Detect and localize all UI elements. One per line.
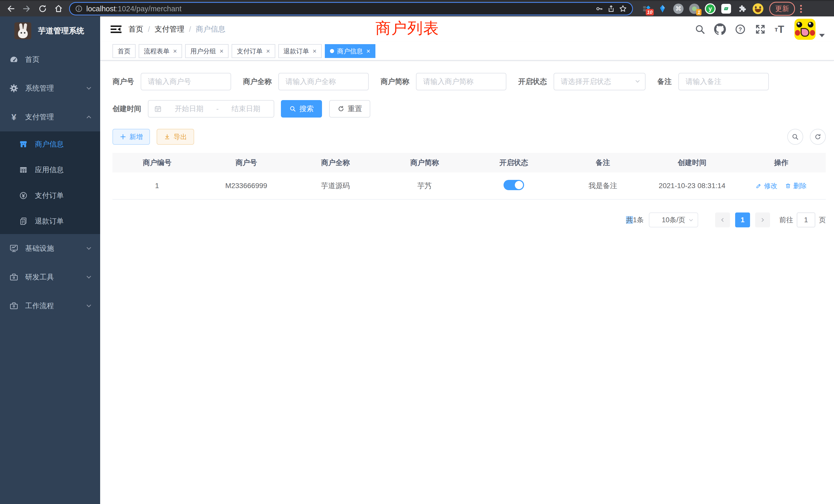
sidebar-item-workflow[interactable]: 工作流程 [0, 292, 100, 320]
dashboard-icon [9, 55, 19, 64]
sidebar-item-dev-tools[interactable]: 研发工具 [0, 263, 100, 292]
extensions-puzzle-icon[interactable] [737, 3, 748, 14]
cell-short-name: 芋艿 [380, 181, 469, 191]
tab-pay-orders[interactable]: 支付订单× [232, 44, 275, 58]
toolbox-icon [9, 273, 19, 282]
refresh-icon [814, 133, 822, 141]
merchant-no-input[interactable] [141, 73, 231, 90]
browser-forward-button[interactable] [20, 2, 34, 16]
status-toggle[interactable] [504, 180, 524, 190]
extension-icon-2[interactable]: 1 [689, 3, 700, 14]
app-title: 芋道管理系统 [38, 26, 84, 36]
github-icon[interactable] [714, 23, 726, 35]
refresh-table-button[interactable] [810, 129, 826, 145]
delete-button[interactable]: 删除 [785, 181, 807, 190]
page-size-select[interactable]: 10条/页 [649, 212, 698, 227]
breadcrumb-section[interactable]: 支付管理 [155, 24, 184, 35]
sidebar-item-home[interactable]: 首页 [0, 45, 100, 74]
monitor-icon [9, 244, 19, 253]
fullscreen-icon[interactable] [755, 24, 766, 35]
close-icon[interactable]: × [367, 47, 370, 55]
navbar-actions: ? тT [695, 19, 825, 40]
tab-user-group[interactable]: 用户分组× [185, 44, 228, 58]
col-full-name: 商户全称 [291, 158, 380, 167]
share-icon[interactable] [607, 5, 615, 13]
tab-merchant-info[interactable]: 商户信息× [325, 44, 375, 58]
sidebar-item-app-info[interactable]: 应用信息 [0, 157, 100, 183]
full-name-input[interactable] [278, 73, 369, 90]
goto-label: 前往 [779, 215, 793, 225]
sidebar-item-payment[interactable]: ¥ 支付管理 [0, 102, 100, 131]
show-search-toggle-button[interactable] [787, 129, 803, 145]
sidebar-item-label: 退款订单 [35, 216, 64, 226]
browser-reload-button[interactable] [36, 2, 50, 16]
browser-back-button[interactable] [4, 2, 18, 16]
search-icon [289, 105, 296, 112]
sidebar-item-pay-orders[interactable]: 支付订单 [0, 183, 100, 208]
grid-icon [19, 165, 28, 174]
user-avatar[interactable] [794, 19, 825, 40]
cell-merchant-id: 1 [112, 182, 202, 190]
browser-home-button[interactable] [51, 2, 66, 16]
status-select[interactable] [554, 73, 645, 90]
svg-text:?: ? [739, 26, 742, 32]
sidebar-item-label: 系统管理 [25, 84, 79, 93]
app-logo[interactable]: 芋道管理系统 [0, 17, 100, 45]
short-name-input[interactable] [416, 73, 506, 90]
browser-update-button[interactable]: 更新 [769, 2, 795, 16]
cell-full-name: 芋道源码 [291, 181, 380, 191]
browser-profile-avatar[interactable] [752, 3, 764, 14]
edit-button[interactable]: 修改 [756, 181, 777, 190]
tags-view-bar: 首页 流程表单× 用户分组× 支付订单× 退款订单× 商户信息× [100, 42, 834, 61]
close-icon[interactable]: × [313, 47, 316, 55]
tab-home[interactable]: 首页 [112, 44, 136, 58]
reset-button[interactable]: 重置 [329, 100, 370, 117]
search-button[interactable]: 搜索 [281, 100, 322, 117]
sidebar-collapse-icon[interactable] [108, 21, 124, 38]
page-number-button[interactable]: 1 [735, 212, 750, 227]
remark-input[interactable] [678, 73, 769, 90]
goto-suffix: 页 [819, 215, 826, 225]
sidebar-item-infrastructure[interactable]: 基础设施 [0, 234, 100, 263]
avatar-caret-icon [819, 34, 825, 37]
sidebar-item-system[interactable]: 系统管理 [0, 74, 100, 102]
sidebar-item-label: 基础设施 [25, 244, 79, 253]
download-icon [164, 134, 171, 140]
sidebar-item-refund-orders[interactable]: 退款订单 [0, 208, 100, 234]
close-icon[interactable]: × [173, 47, 177, 55]
breadcrumb-current: 商户信息 [196, 24, 225, 35]
extension-command-icon[interactable]: ⌘ [673, 3, 684, 14]
help-icon[interactable]: ? [734, 24, 746, 35]
short-name-label: 商户简称 [380, 77, 409, 87]
extension-icon-1[interactable]: 10 [641, 3, 652, 14]
font-size-icon[interactable]: тT [775, 24, 784, 35]
next-page-button[interactable] [755, 212, 770, 227]
edit-icon [756, 183, 762, 189]
tab-refund-orders[interactable]: 退款订单× [278, 44, 322, 58]
breadcrumb-home[interactable]: 首页 [128, 24, 143, 35]
export-button[interactable]: 导出 [157, 129, 194, 145]
sidebar-item-merchant-info[interactable]: 商户信息 [0, 131, 100, 157]
header-search-icon[interactable] [695, 24, 705, 35]
address-bar[interactable]: localhost:1024/pay/merchant [70, 3, 632, 15]
extension-pin-icon[interactable] [657, 3, 668, 14]
yen-icon: ¥ [9, 112, 19, 122]
close-icon[interactable]: × [266, 47, 270, 55]
extension-chat-icon[interactable] [721, 3, 732, 14]
close-icon[interactable]: × [220, 47, 223, 55]
page-content: 商户号 商户全称 商户简称 开启状态 备注 创建时间 开始日期 [100, 61, 834, 504]
password-key-icon[interactable] [595, 5, 603, 13]
remark-label: 备注 [657, 77, 672, 87]
site-info-icon[interactable] [75, 5, 83, 13]
tab-process-form[interactable]: 流程表单× [139, 44, 182, 58]
browser-menu-icon[interactable] [800, 5, 802, 13]
add-button[interactable]: 新增 [112, 129, 150, 145]
extension-y-icon[interactable]: y [705, 3, 716, 14]
goto-page-input[interactable] [797, 212, 815, 227]
pagination-total: 共1条 [626, 215, 644, 225]
chevron-down-icon [85, 302, 92, 310]
create-time-range-input[interactable]: 开始日期 - 结束日期 [148, 100, 274, 117]
bookmark-star-icon[interactable] [619, 5, 627, 13]
sidebar-item-label: 商户信息 [35, 139, 64, 149]
prev-page-button[interactable] [715, 212, 730, 227]
